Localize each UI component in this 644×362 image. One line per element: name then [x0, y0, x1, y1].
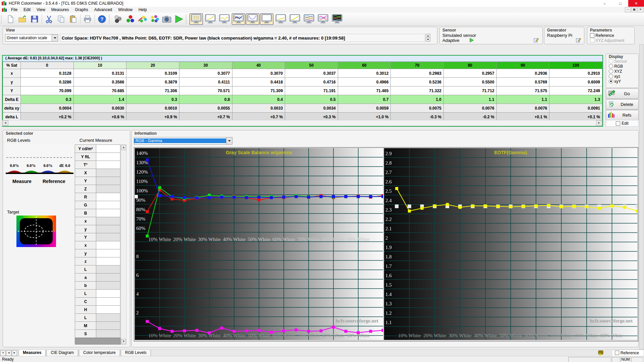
graph-select-arrow[interactable] — [226, 137, 232, 144]
tabnav-close-button[interactable]: ✕ — [0, 350, 6, 356]
mdi-minimize-button[interactable]: – — [625, 7, 631, 12]
cell[interactable]: 0.0033 — [232, 104, 285, 113]
menu-window[interactable]: Window — [115, 7, 136, 13]
cm-scroll-down-button[interactable]: ▼ — [121, 339, 126, 344]
cm-row[interactable]: B — [75, 209, 120, 217]
dark-multiline-monitor-button[interactable] — [330, 13, 344, 25]
cell[interactable]: 0.3566 — [73, 78, 126, 86]
cell[interactable]: 0.5 — [285, 95, 338, 104]
cm-row[interactable]: M — [75, 322, 120, 330]
help-button[interactable]: ? — [96, 13, 108, 25]
cell[interactable]: 0.3012 — [338, 69, 391, 78]
display-radio-xyy[interactable]: xyY — [609, 79, 638, 84]
cell[interactable]: 0.2983 — [391, 69, 444, 78]
delete-button[interactable]: Delete — [606, 99, 639, 110]
tabnav-next-button[interactable]: ► — [12, 350, 17, 356]
cut-button[interactable] — [43, 13, 55, 25]
menu-graphs[interactable]: Graphs — [72, 7, 91, 13]
cell[interactable]: 1.4 — [73, 95, 126, 104]
cell[interactable]: 0.7 — [338, 95, 391, 104]
table-row-x[interactable]: x0.31280.31310.31090.30770.30700.30370.3… — [3, 69, 602, 78]
cell[interactable]: 0.3070 — [232, 69, 285, 78]
tab-rgb-levels[interactable]: RGB Levels — [121, 350, 151, 356]
menu-view[interactable]: View — [34, 7, 48, 13]
cell[interactable]: 0.5769 — [496, 78, 549, 86]
gamma2-monitor-button[interactable] — [288, 13, 302, 25]
scale-select[interactable]: Green saturation scale — [5, 34, 58, 42]
gamma-curve-monitor-button[interactable] — [204, 13, 217, 25]
saturation-balls-button[interactable] — [137, 13, 148, 25]
cm-row[interactable]: L — [75, 265, 120, 274]
cell[interactable]: 1.1 — [444, 95, 497, 104]
cell[interactable]: 0.3037 — [285, 69, 338, 78]
cell[interactable]: 0.0076 — [444, 104, 497, 113]
cell[interactable]: 0.3128 — [21, 69, 74, 78]
magenta-lines-monitor-button[interactable] — [316, 13, 330, 25]
reference-checkbox[interactable]: Reference — [590, 33, 614, 38]
cell[interactable]: 71.712 — [444, 86, 497, 95]
tabnav-prev-button[interactable]: ◄ — [6, 350, 11, 356]
menu-file[interactable]: File — [8, 7, 20, 13]
print-button[interactable] — [82, 13, 93, 25]
menu-help[interactable]: Help — [136, 7, 150, 13]
cell[interactable]: 71.575 — [496, 86, 549, 95]
minimize-button[interactable]: – — [597, 0, 612, 7]
scroll-right-button[interactable]: ► — [596, 120, 602, 126]
menu-advanced[interactable]: Advanced — [91, 7, 115, 13]
rgb-levels-monitor-button[interactable] — [232, 13, 245, 25]
paste-button[interactable] — [67, 13, 79, 25]
multiline-monitor-button[interactable] — [302, 13, 316, 25]
cell[interactable]: 71.322 — [391, 86, 444, 95]
cm-row[interactable]: L — [75, 290, 120, 298]
bottom-reference-checkbox-box[interactable] — [615, 351, 619, 355]
cm-row[interactable]: a — [75, 274, 120, 282]
mdi-close-button[interactable]: ✕ — [638, 7, 643, 12]
cell[interactable]: 0.4111 — [179, 78, 232, 86]
cell[interactable]: 0.3 — [126, 95, 179, 104]
cell[interactable]: 0.2910 — [549, 69, 602, 78]
open-folder-button[interactable] — [17, 13, 28, 25]
cm-row[interactable]: Y — [75, 233, 120, 241]
generator-config-icon[interactable] — [576, 38, 581, 43]
cell[interactable]: 0.4966 — [338, 78, 391, 86]
cell[interactable]: 0.3077 — [179, 69, 232, 78]
right-edge-scrollbar[interactable] — [639, 44, 644, 349]
cell[interactable]: 1.3 — [549, 95, 602, 104]
copy-button[interactable] — [55, 13, 67, 25]
cell[interactable]: 0.0030 — [73, 104, 126, 113]
saturation-measure-table[interactable]: % Sat0102030405060708090100x0.31280.3131… — [3, 62, 602, 121]
table-horizontal-scrollbar[interactable]: ◄ ► — [2, 120, 602, 126]
cm-row[interactable]: x — [75, 217, 120, 225]
cm-row[interactable]: y — [75, 249, 120, 257]
cell[interactable]: 70.571 — [179, 86, 232, 95]
measures-spinner[interactable] — [426, 34, 430, 41]
tab-color-temperature[interactable]: Color temperature — [79, 350, 120, 356]
cell[interactable]: 1.0 — [391, 95, 444, 104]
cell[interactable]: 0.0076 — [496, 104, 549, 113]
new-file-button[interactable] — [5, 13, 16, 25]
cm-row[interactable]: R — [75, 193, 120, 201]
cell[interactable]: 0.3131 — [73, 69, 126, 78]
run-measure-button[interactable] — [173, 13, 184, 25]
cell[interactable]: 0.4418 — [232, 78, 285, 86]
menu-edit[interactable]: Edit — [20, 7, 34, 13]
contrast-monitor-button[interactable] — [274, 13, 287, 25]
table-row-delta-xy[interactable]: delta xy0.00040.00300.00100.00550.00330.… — [3, 104, 602, 113]
maximize-button[interactable]: □ — [612, 0, 628, 7]
cm-row[interactable]: T° — [75, 161, 120, 169]
cell[interactable]: 1.1 — [496, 95, 549, 104]
tab-measures[interactable]: Measures — [18, 350, 46, 356]
cm-row[interactable]: G — [75, 201, 120, 209]
sensor-balls-button[interactable] — [113, 13, 124, 25]
cm-row[interactable]: L — [75, 314, 120, 322]
cell[interactable]: 0.0091 — [549, 104, 602, 113]
sensor-config-icon[interactable] — [534, 38, 539, 43]
cell[interactable]: 0.3286 — [21, 78, 74, 86]
cm-row[interactable]: C — [75, 298, 120, 306]
scroll-left-button[interactable]: ◄ — [2, 120, 8, 126]
cm-row[interactable]: Z — [75, 185, 120, 193]
cell[interactable]: 0.3109 — [126, 69, 179, 78]
colorchecker-balls-button[interactable] — [149, 13, 160, 25]
cell[interactable]: 0.0010 — [126, 104, 179, 113]
bottom-reference-checkbox[interactable]: Reference — [612, 350, 644, 356]
